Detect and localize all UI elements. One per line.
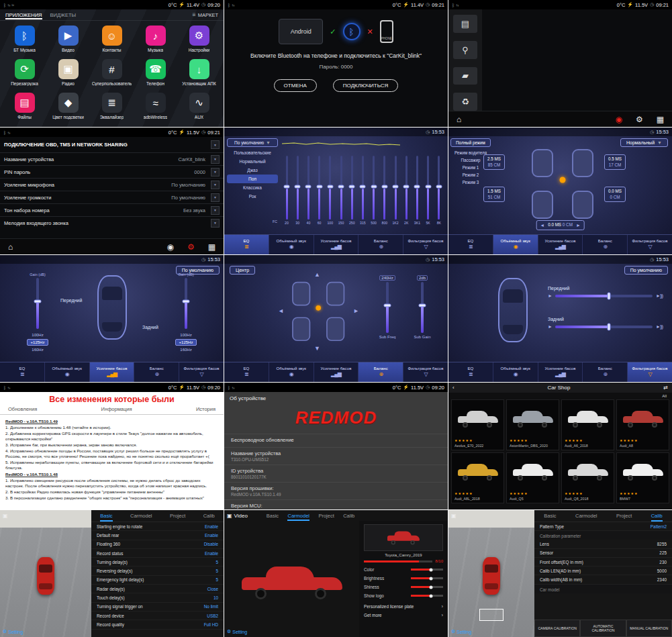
slider-track[interactable] [421, 282, 424, 333]
cam-tab[interactable]: Basic [100, 510, 112, 522]
setting-button[interactable]: ⚙ Setting [3, 629, 23, 634]
arrow-down-icon[interactable]: ▼ [314, 345, 320, 352]
audio-tab[interactable]: Баланс ⊕ [358, 235, 403, 254]
setting-slider[interactable] [411, 595, 443, 597]
param-row[interactable]: Calib width(AB in mm) 2340 [534, 575, 672, 584]
broadcast-icon[interactable]: ◉ [615, 115, 622, 124]
tab-widgets[interactable]: ВИДЖЕТЫ [50, 12, 77, 18]
setting-row[interactable]: Turning signal trigger on No limit [91, 603, 224, 611]
eq-band-slider[interactable]: 2K [401, 156, 411, 225]
obd-setting-row[interactable]: Название устройства CarKit_blink ▼ [0, 152, 224, 165]
freq-option[interactable]: 100Hz [27, 332, 49, 338]
eq-band-slider[interactable]: 250 [347, 156, 356, 225]
market-button[interactable]: ≣ МАРКЕТ [192, 12, 218, 18]
rear-right-delay-chip[interactable]: 0.0 MS 0 CM [604, 187, 626, 202]
app-shortcut[interactable]: # Суперпользователь [90, 59, 134, 86]
gear-icon[interactable]: ⚙ [636, 115, 643, 124]
setting-button[interactable]: ⚙ Setting [451, 629, 471, 634]
audio-tab[interactable]: Фильтрация басов ▽ [628, 362, 672, 382]
changelog-tab[interactable]: История [196, 406, 215, 412]
car-model-tile[interactable]: ★★★★★ AstonMartin_DBS_2020 [506, 399, 559, 450]
car-3d-preview[interactable] [242, 567, 342, 596]
slider-knob[interactable] [371, 185, 377, 188]
eq-band-track[interactable] [286, 156, 288, 219]
setting-row[interactable]: Default rear Enable [91, 531, 224, 540]
about-item[interactable]: ID устройства 86011010120177K [224, 464, 448, 482]
slider-knob[interactable] [403, 185, 410, 188]
freq-option[interactable]: 100Hz [175, 332, 197, 338]
front-left-delay-chip[interactable]: 2.5 MS 85 CM [483, 154, 505, 170]
car-model-tile[interactable]: ★★★★★ Audi_A8L_2018 [451, 452, 504, 503]
dropdown-icon[interactable]: ▼ [211, 219, 220, 228]
eq-band-track[interactable] [307, 156, 309, 219]
app-shortcut[interactable]: ∿ AUX [177, 93, 221, 119]
app-shortcut[interactable]: ☎ Телефон [134, 59, 177, 86]
slider-knob[interactable] [349, 185, 355, 188]
audio-tab[interactable]: Баланс ⊕ [134, 362, 179, 382]
eq-band-track[interactable] [362, 156, 364, 219]
decrease-arrow-icon[interactable]: ◄ [540, 222, 544, 228]
dropdown-icon[interactable]: ▼ [211, 140, 220, 149]
transfer-icon[interactable]: ⇄ [663, 385, 668, 391]
audio-tab[interactable]: Объёмный звук ◉ [269, 235, 314, 254]
eq-band-slider[interactable]: 150 [336, 156, 346, 225]
panel-link[interactable]: Get more › [364, 613, 443, 618]
slider-knob[interactable] [419, 303, 426, 307]
eq-band-track[interactable] [340, 156, 342, 219]
slider-knob[interactable] [436, 185, 442, 188]
audio-tab[interactable]: Усиление басов ▂▄▆ [90, 362, 135, 382]
app-shortcut[interactable]: ☺ Контакты [90, 26, 134, 52]
car-model-tile[interactable]: ★★★★★ Audi_A8 [616, 399, 669, 450]
about-item[interactable]: Название устройства T310.OPU-UMS512 [224, 447, 448, 464]
slider-knob[interactable] [338, 185, 344, 188]
freq-option[interactable]: 160Hz [175, 347, 197, 352]
audio-tab[interactable]: Объёмный звук ◉ [493, 362, 538, 382]
obd-setting-row[interactable]: Мелодия входящего звонка ▼ [0, 216, 224, 229]
audio-tab[interactable]: Объёмный звук ◉ [45, 362, 90, 382]
app-shortcut[interactable]: ♪ Музыка [134, 26, 177, 52]
calibration-button[interactable]: AUTOMATIC CALIBRATION [580, 620, 626, 637]
dropdown-icon[interactable]: ▼ [211, 193, 220, 202]
filter-all-label[interactable]: All [662, 394, 667, 398]
about-item[interactable]: Беспроводное обновление [224, 434, 448, 447]
center-button[interactable]: Центр [230, 266, 255, 275]
mode-item[interactable]: Режим 3 [450, 179, 491, 186]
dropdown-icon[interactable]: ▼ [211, 168, 220, 177]
slider-knob[interactable] [305, 185, 311, 188]
model-setting-row[interactable]: Show logo [364, 591, 443, 600]
audio-tab[interactable]: Объёмный звук ◉ [493, 235, 538, 254]
slider-knob[interactable] [381, 185, 387, 188]
setting-row[interactable]: Emergency light delay(s) 5 [91, 576, 224, 585]
slider-knob[interactable] [316, 185, 322, 188]
calibration-button[interactable]: MANUAL CALIBRATION [626, 620, 672, 637]
eq-band-slider[interactable]: 1K2 [391, 156, 400, 225]
freq-option[interactable]: 160Hz [27, 347, 49, 352]
pattern-type-row[interactable]: Pattern Type Pattern2 [534, 522, 672, 531]
obd-setting-row[interactable]: Усиление микрофона По умолчанию ▼ [0, 178, 224, 191]
eq-band-slider[interactable]: 8K [434, 156, 444, 225]
rear-left-delay-chip[interactable]: 1.5 MS 51 CM [483, 187, 505, 202]
mode-item[interactable]: Режим 2 [450, 171, 491, 179]
slider-knob[interactable] [327, 185, 333, 188]
home-icon[interactable]: ⌂ [457, 115, 461, 124]
setting-row[interactable]: Turning delay(s) 5 [91, 558, 224, 567]
obd-setting-row[interactable]: PIN пароль 0000 ▼ [0, 165, 224, 178]
default-button[interactable]: По умолчанию [624, 266, 668, 275]
app-shortcut[interactable]: ≈ adbWireless [134, 93, 177, 119]
video-button[interactable]: ▣ Video [227, 513, 248, 519]
eq-band-track[interactable] [438, 156, 440, 219]
param-row[interactable]: Sensor 225 [534, 549, 672, 558]
slider-knob[interactable] [607, 292, 610, 299]
slider-knob[interactable] [607, 323, 610, 330]
setting-row[interactable]: Record device USB2 [91, 611, 224, 620]
arrow-left-icon[interactable]: ◄ [278, 307, 284, 314]
cam-tab[interactable]: Calib [651, 510, 663, 522]
slider-knob[interactable] [295, 185, 301, 188]
eq-band-track[interactable] [405, 156, 407, 219]
slider-knob[interactable] [425, 185, 431, 188]
audio-tab[interactable]: Усиление басов ▂▄▆ [538, 362, 583, 382]
setting-row[interactable]: Touch delay(s) 10 [91, 593, 224, 602]
car-model-tile[interactable]: ★★★★★ Aeolus_E70_2022 [451, 399, 504, 450]
freq-option[interactable]: +125Hz [27, 339, 49, 346]
connect-button[interactable]: ПОДКЛЮЧИТЬСЯ [333, 79, 399, 92]
